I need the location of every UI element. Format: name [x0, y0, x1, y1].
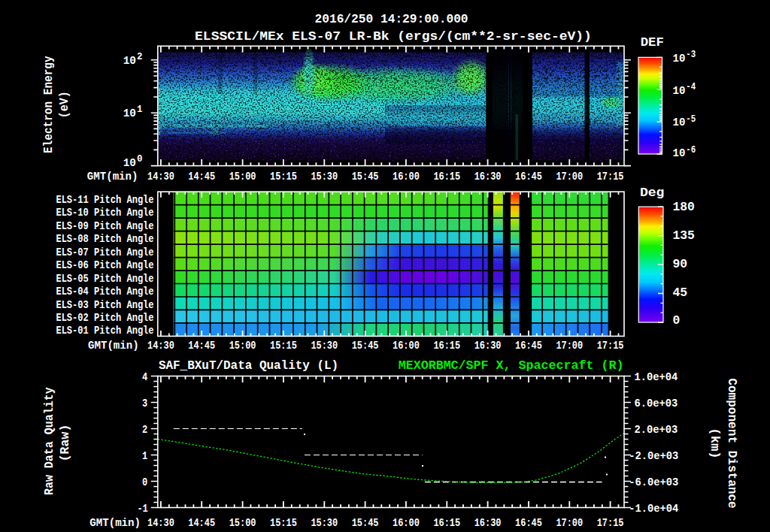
svg-text:14:30: 14:30	[147, 171, 174, 183]
svg-text:(Raw): (Raw)	[59, 425, 72, 462]
svg-text:-2.0e+03: -2.0e+03	[629, 450, 678, 463]
svg-text:15:15: 15:15	[270, 517, 297, 530]
svg-text:-1.0e+04: -1.0e+04	[629, 503, 678, 515]
svg-text:45: 45	[672, 286, 687, 300]
svg-text:10: 10	[123, 157, 136, 170]
svg-text:17:00: 17:00	[556, 171, 583, 183]
svg-text:15:30: 15:30	[311, 340, 338, 352]
svg-text:15:00: 15:00	[229, 171, 256, 183]
svg-text:10: 10	[673, 147, 686, 160]
svg-text:17:15: 17:15	[597, 340, 624, 352]
svg-text:GMT(min): GMT(min)	[88, 340, 139, 352]
svg-text:ELS-05 Pitch Angle: ELS-05 Pitch Angle	[56, 273, 153, 286]
svg-text:4: 4	[142, 371, 147, 384]
svg-text:16:15: 16:15	[433, 517, 460, 530]
svg-text:16:00: 16:00	[393, 171, 420, 183]
svg-text:0: 0	[142, 476, 147, 489]
svg-text:1: 1	[142, 450, 147, 463]
svg-text:10: 10	[673, 85, 686, 98]
svg-text:ELS-10 Pitch Angle: ELS-10 Pitch Angle	[56, 207, 153, 219]
svg-text:ELS-07 Pitch Angle: ELS-07 Pitch Angle	[56, 246, 153, 259]
svg-text:16:00: 16:00	[393, 517, 420, 530]
svg-text:10: 10	[123, 107, 136, 120]
svg-text:2: 2	[137, 51, 143, 62]
svg-text:17:00: 17:00	[556, 517, 583, 530]
svg-text:17:15: 17:15	[597, 517, 624, 530]
svg-text:15:30: 15:30	[311, 171, 338, 183]
svg-text:90: 90	[672, 258, 687, 271]
svg-text:14:45: 14:45	[188, 171, 215, 183]
svg-text:14:30: 14:30	[147, 340, 174, 352]
svg-text:14:45: 14:45	[188, 517, 215, 530]
svg-text:15:00: 15:00	[229, 340, 256, 352]
svg-text:ELS-04 Pitch Angle: ELS-04 Pitch Angle	[56, 286, 153, 298]
svg-text:16:30: 16:30	[474, 340, 502, 352]
svg-text:14:45: 14:45	[188, 340, 215, 352]
svg-text:(km): (km)	[708, 428, 721, 458]
svg-text:ELS-01 Pitch Angle: ELS-01 Pitch Angle	[56, 325, 153, 337]
svg-text:10: 10	[673, 116, 686, 129]
svg-text:16:45: 16:45	[515, 340, 542, 352]
svg-text:16:45: 16:45	[515, 517, 542, 530]
svg-text:180: 180	[672, 201, 695, 214]
svg-text:14:30: 14:30	[147, 517, 174, 530]
svg-text:(eV): (eV)	[58, 91, 71, 118]
svg-text:6.0e+03: 6.0e+03	[634, 397, 678, 410]
svg-text:10: 10	[673, 53, 686, 65]
svg-text:ELSSCIL/MEx ELS-07 LR-Bk (erg: ELSSCIL/MEx ELS-07 LR-Bk (ergs/(cm**2-sr…	[195, 30, 592, 44]
svg-text:16:30: 16:30	[474, 517, 502, 530]
svg-text:Component Distance: Component Distance	[725, 378, 738, 508]
svg-text:15:30: 15:30	[311, 517, 338, 530]
svg-text:16:00: 16:00	[393, 340, 420, 352]
svg-text:15:45: 15:45	[352, 517, 379, 530]
svg-text:DEF: DEF	[641, 36, 664, 50]
svg-text:1.0e+04: 1.0e+04	[634, 371, 678, 384]
svg-text:Raw Data Quality: Raw Data Quality	[43, 387, 56, 495]
svg-text:10: 10	[123, 55, 136, 68]
svg-text:16:15: 16:15	[433, 340, 460, 352]
svg-text:2: 2	[142, 424, 147, 437]
svg-text:17:15: 17:15	[597, 171, 624, 183]
svg-text:16:30: 16:30	[474, 171, 502, 183]
svg-text:ELS-02 Pitch Angle: ELS-02 Pitch Angle	[56, 312, 153, 325]
svg-text:MEXORBMC/SPF X, Spacecraft (R): MEXORBMC/SPF X, Spacecraft (R)	[399, 359, 624, 373]
svg-text:ELS-09 Pitch Angle: ELS-09 Pitch Angle	[56, 220, 153, 233]
svg-text:ELS-06 Pitch Angle: ELS-06 Pitch Angle	[56, 259, 153, 272]
svg-text:GMT(min): GMT(min)	[87, 171, 138, 183]
svg-text:-3: -3	[686, 50, 696, 60]
svg-text:15:45: 15:45	[352, 171, 379, 183]
svg-text:-1: -1	[137, 503, 147, 515]
svg-text:16:45: 16:45	[515, 171, 542, 183]
svg-text:15:45: 15:45	[352, 340, 379, 352]
svg-text:ELS-08 Pitch Angle: ELS-08 Pitch Angle	[56, 233, 153, 246]
svg-text:Electron Energy: Electron Energy	[42, 56, 56, 153]
svg-text:3: 3	[142, 397, 147, 410]
svg-text:0: 0	[137, 153, 143, 165]
svg-text:135: 135	[672, 229, 695, 243]
svg-text:16:15: 16:15	[433, 171, 460, 183]
svg-text:15:15: 15:15	[270, 340, 297, 352]
svg-text:15:00: 15:00	[229, 517, 256, 530]
svg-text:17:00: 17:00	[556, 340, 583, 352]
svg-text:GMT(min): GMT(min)	[89, 517, 141, 530]
svg-text:-6.0e+03: -6.0e+03	[629, 476, 678, 489]
svg-text:-5: -5	[686, 114, 696, 125]
svg-text:-4: -4	[686, 82, 696, 92]
svg-text:-6: -6	[686, 145, 696, 156]
svg-text:ELS-03 Pitch Angle: ELS-03 Pitch Angle	[56, 299, 153, 312]
svg-text:SAF_BXuT/Data Quality (L): SAF_BXuT/Data Quality (L)	[159, 359, 338, 373]
svg-text:Deg: Deg	[640, 186, 665, 200]
svg-text:15:15: 15:15	[270, 171, 297, 183]
svg-text:2016/250 14:29:00.000: 2016/250 14:29:00.000	[315, 13, 468, 26]
svg-text:2.0e+03: 2.0e+03	[634, 424, 678, 437]
svg-text:0: 0	[672, 314, 680, 328]
svg-text:1: 1	[137, 104, 143, 115]
svg-text:ELS-11 Pitch Angle: ELS-11 Pitch Angle	[56, 194, 153, 207]
